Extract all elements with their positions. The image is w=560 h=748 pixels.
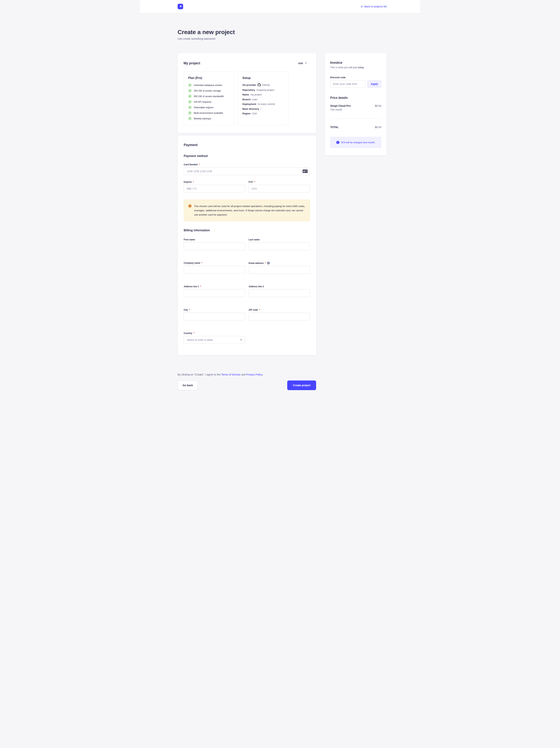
check-circle-icon: ✓ <box>188 84 192 87</box>
plan-feature-label: 250 GB of assets storage <box>194 89 221 92</box>
setup-value: GitHub <box>262 84 270 86</box>
required-asterisk: * <box>194 332 194 334</box>
check-circle-icon: ✓ <box>188 106 192 109</box>
setup-row-name: Name my-project <box>242 93 285 96</box>
my-project-title: My project <box>184 61 200 65</box>
setup-value: USA <box>252 112 257 115</box>
address-line-1-label-text: Address line 1 <box>184 285 199 288</box>
cvc-label-text: CVC <box>248 181 253 183</box>
setup-title: Setup <box>242 76 285 80</box>
setup-label: Branch <box>242 98 251 101</box>
last-name-label: Last name <box>249 238 310 241</box>
setup-value: my-project <box>250 93 262 96</box>
cvc-input[interactable] <box>248 185 310 192</box>
setup-row-deployment: Deployment At every commit <box>242 103 285 106</box>
cvc-field: CVC* <box>248 175 310 192</box>
card-number-label: Card Number* <box>184 163 310 166</box>
card-number-input[interactable] <box>184 167 310 175</box>
country-label-text: Country <box>184 332 192 334</box>
create-project-button[interactable]: Create project <box>287 380 316 390</box>
go-back-button[interactable]: Go back <box>177 380 198 390</box>
invoice-subtitle: This is what you will pay today <box>330 66 381 69</box>
plan-feature-label: Multi-environment available <box>194 112 223 114</box>
plan-feature: ✓ Weekly backups <box>188 117 230 120</box>
card-number-wrap <box>184 167 310 175</box>
apply-discount-button[interactable]: Apply <box>367 80 381 88</box>
setup-row-region: Region USA <box>242 112 285 115</box>
expires-label-text: Expires <box>184 181 192 183</box>
last-name-input[interactable] <box>249 242 310 250</box>
price-item-name: Strapi Cloud Pro <box>330 104 350 107</box>
address-line-1-field: Address line 1* <box>184 280 245 297</box>
my-project-card: My project Edit Plan (Pro) ✓ U <box>177 53 316 133</box>
first-name-input[interactable] <box>184 242 245 250</box>
cvc-label: CVC* <box>248 181 310 183</box>
total-label: TOTAL <box>330 126 339 128</box>
price-details-title: Price details <box>330 96 381 99</box>
plan-feature-label: Weekly backups <box>194 117 211 120</box>
address-line-2-label: Address line 2 <box>249 285 310 288</box>
card-number-label-text: Card Number <box>184 163 198 166</box>
check-circle-icon: ✓ <box>188 95 192 98</box>
plan-feature-label: 500 GB of assets bandwidth <box>194 95 224 98</box>
chevron-down-icon <box>240 340 242 341</box>
check-circle-icon: ✓ <box>188 100 192 103</box>
setup-row-repository: Repository strapi/my-project <box>242 89 285 91</box>
email-address-input[interactable] <box>249 266 310 274</box>
setup-row-branch: Branch main <box>242 98 285 101</box>
address-line-2-input[interactable] <box>249 289 310 297</box>
required-asterisk: * <box>259 309 260 311</box>
expires-input[interactable] <box>184 185 245 192</box>
strapi-logo[interactable] <box>177 4 183 9</box>
edit-project-button[interactable]: Edit <box>298 62 307 65</box>
plan-feature: ✓ 250 GB of assets storage <box>188 89 230 92</box>
address-line-2-label-text: Address line 2 <box>249 285 264 288</box>
setup-label: Name <box>242 93 249 96</box>
check-circle-icon: ✓ <box>188 89 192 92</box>
company-name-input[interactable] <box>184 266 245 274</box>
zip-code-field: ZIP code* <box>249 303 310 321</box>
setup-value: main <box>252 98 258 101</box>
billing-information-title: Billing information <box>184 229 310 232</box>
terms-of-service-link[interactable]: Terms of Service <box>221 373 240 376</box>
terms-text: By clicking on "Create", I agree to the … <box>177 373 387 376</box>
city-field: City* <box>184 303 245 321</box>
country-label: Country* <box>184 332 245 334</box>
setup-row-git-provider: Git provider GitHub <box>242 84 285 87</box>
warning-text: The chosen card will be used for all pro… <box>194 204 305 217</box>
address-line-1-input[interactable] <box>184 289 245 297</box>
setup-value: At every commit <box>258 103 275 106</box>
invoice-divider <box>330 118 381 119</box>
info-icon: i <box>336 141 339 144</box>
warning-icon: ! <box>188 205 192 208</box>
plan-feature-label: 1M API requests <box>194 100 211 103</box>
required-asterisk: * <box>193 181 194 183</box>
plan-feature: ✓ 500 GB of assets bandwidth <box>188 95 230 98</box>
zip-code-input[interactable] <box>249 313 310 321</box>
total-row: TOTAL $8.04 <box>330 126 381 128</box>
required-asterisk: * <box>199 163 200 166</box>
page-title: Create a new project <box>177 29 387 36</box>
plan-feature: ✓ Unlimited database entries <box>188 84 230 87</box>
address-line-1-label: Address line 1* <box>184 285 245 288</box>
email-address-label: Email address* i <box>249 262 310 264</box>
back-to-projects-link[interactable]: ↺ Back to projects list <box>361 5 387 8</box>
company-name-label-text: Company name <box>184 262 200 264</box>
city-input[interactable] <box>184 313 245 321</box>
info-icon[interactable]: i <box>267 262 270 264</box>
country-select[interactable]: Select or enter a value <box>184 336 245 344</box>
discount-code-input[interactable] <box>330 80 366 88</box>
payment-card: Payment Payment method Card Number* <box>177 136 316 355</box>
plan-feature: ✓ 1M API requests <box>188 100 230 103</box>
price-item-period: This month <box>330 108 381 111</box>
email-address-label-text: Email address <box>249 262 264 264</box>
privacy-policy-link[interactable]: Privacy Policy <box>246 373 262 376</box>
credit-card-icon <box>302 169 308 173</box>
edit-button-label: Edit <box>298 62 303 65</box>
check-circle-icon: ✓ <box>188 111 192 115</box>
expiry-cvc-row: Expires* CVC* <box>184 175 310 192</box>
setup-value: / <box>261 108 261 110</box>
check-circle-icon: ✓ <box>188 117 192 120</box>
company-name-field: Company name* <box>184 256 245 274</box>
price-line-item: Strapi Cloud Pro $8.04 <box>330 104 381 107</box>
